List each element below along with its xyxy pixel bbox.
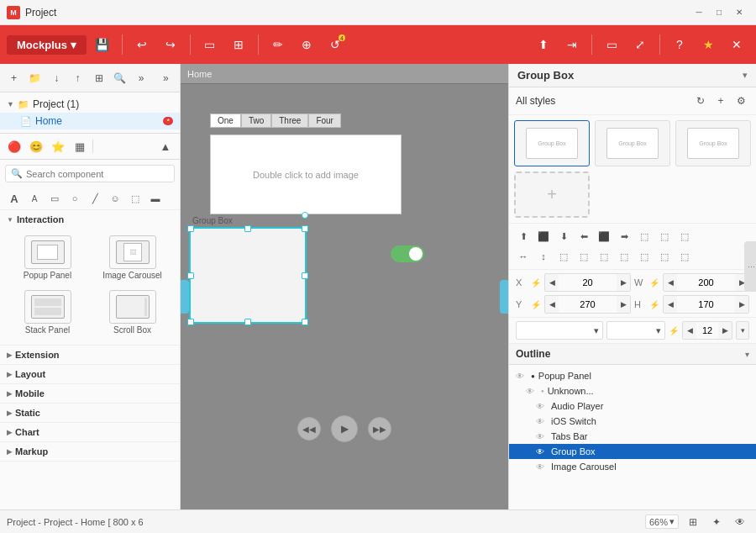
align-bottom-button[interactable]: ⬇ bbox=[554, 227, 573, 245]
visibility-icon-audio[interactable]: 👁 bbox=[536, 402, 548, 411]
markup-section-header[interactable]: ▶ Markup bbox=[0, 442, 180, 461]
circle-tool-button[interactable]: ○ bbox=[66, 189, 84, 208]
handle-bl[interactable] bbox=[187, 319, 194, 325]
handle-tr[interactable] bbox=[302, 225, 308, 232]
visibility-icon-image-carousel[interactable]: 👁 bbox=[536, 462, 548, 472]
handle-tl[interactable] bbox=[187, 225, 194, 232]
same-size-button[interactable]: ⬚ bbox=[635, 247, 654, 266]
add-style-thumb[interactable]: + bbox=[514, 172, 590, 218]
font-style-select[interactable]: ▾ bbox=[606, 321, 665, 340]
comp-item-scroll-box[interactable]: Scroll Box bbox=[92, 287, 173, 338]
line-tool-button[interactable]: ╱ bbox=[86, 189, 104, 208]
hotspot-tool-button[interactable]: ▬ bbox=[146, 189, 165, 208]
select-tool-button[interactable]: ▭ bbox=[197, 32, 223, 57]
toggle-switch[interactable] bbox=[391, 245, 424, 262]
outline-item-ios-switch[interactable]: 👁 iOS Switch bbox=[509, 414, 756, 429]
x-decrement-button[interactable]: ◀ bbox=[545, 273, 559, 292]
canvas-left-resize-handle[interactable] bbox=[181, 280, 189, 314]
panel-collapse-button[interactable]: ▾ bbox=[743, 70, 748, 81]
canvas-group-box[interactable]: Group Box bbox=[189, 227, 307, 324]
y-decrement-button[interactable]: ◀ bbox=[545, 295, 559, 314]
w-stepper[interactable]: ◀ 200 ▶ bbox=[663, 273, 749, 292]
extension-section-header[interactable]: ▶ Extension bbox=[0, 346, 180, 364]
outline-item-popup-panel[interactable]: 👁 ● Popup Panel bbox=[509, 368, 756, 383]
comp-tab-custom[interactable]: ▦ bbox=[71, 137, 89, 156]
align-right-button[interactable]: ➡ bbox=[615, 227, 633, 245]
handle-ml[interactable] bbox=[187, 272, 194, 279]
y-increment-button[interactable]: ▶ bbox=[617, 295, 630, 314]
outline-item-group-box[interactable]: 👁 Group Box bbox=[509, 444, 756, 459]
comp-item-popup-panel[interactable]: Popup Panel bbox=[7, 232, 88, 283]
folder-button[interactable]: 📁 bbox=[26, 69, 44, 87]
comp-tab-favorites[interactable]: ⭐ bbox=[49, 137, 67, 156]
play-button[interactable]: ▶ bbox=[331, 415, 358, 442]
outline-collapse-button[interactable]: ▾ bbox=[745, 350, 749, 359]
interaction-section-header[interactable]: ▼ Interaction bbox=[0, 210, 180, 229]
h-value[interactable]: 170 bbox=[677, 299, 735, 309]
help-button[interactable]: ? bbox=[667, 32, 692, 57]
image-tool-button[interactable]: ⬚ bbox=[126, 189, 144, 208]
layout-more-button[interactable]: ⬚ bbox=[675, 247, 694, 266]
project-arrow[interactable]: ▼ bbox=[7, 100, 14, 108]
outline-item-tabs-bar[interactable]: 👁 Tabs Bar bbox=[509, 429, 756, 444]
grid-tool-button[interactable]: ⊞ bbox=[226, 32, 251, 57]
visibility-icon-group-box[interactable]: 👁 bbox=[536, 447, 548, 456]
y-value[interactable]: 270 bbox=[559, 299, 617, 309]
x-value[interactable]: 20 bbox=[559, 277, 617, 288]
toolbar-close-button[interactable]: ✕ bbox=[724, 32, 749, 57]
align-more-button[interactable]: ⬚ bbox=[675, 227, 694, 245]
expand-h-button[interactable]: ⬚ bbox=[554, 247, 573, 266]
x-stepper[interactable]: ◀ 20 ▶ bbox=[544, 273, 631, 292]
comp-tab-shapes[interactable]: 🔴 bbox=[5, 137, 24, 156]
comp-tab-emoji[interactable]: 😊 bbox=[27, 137, 45, 156]
undo-button[interactable]: ↩ bbox=[129, 32, 155, 57]
add-page-button[interactable]: + bbox=[5, 69, 23, 87]
brand-button[interactable]: Mockplus ▾ bbox=[7, 35, 87, 55]
more-pages-button[interactable]: » bbox=[133, 69, 150, 87]
h-increment-button[interactable]: ▶ bbox=[735, 295, 748, 314]
style-thumb-1[interactable]: Group Box bbox=[514, 120, 590, 166]
responsive-button[interactable]: ⊞ bbox=[684, 513, 702, 531]
font-family-select[interactable]: ▾ bbox=[516, 321, 603, 340]
comp-item-stack-panel[interactable]: Stack Panel bbox=[7, 287, 88, 338]
refresh-styles-button[interactable]: ↻ bbox=[692, 92, 709, 109]
minimize-button[interactable]: ─ bbox=[689, 4, 709, 21]
canvas-tab-three[interactable]: Three bbox=[271, 113, 308, 128]
next-button[interactable]: ▶▶ bbox=[368, 417, 391, 441]
canvas-right-resize-handle[interactable] bbox=[500, 280, 508, 314]
align-hcenter-button[interactable]: ⬛ bbox=[595, 227, 613, 245]
visibility-icon-tabs[interactable]: 👁 bbox=[536, 432, 548, 441]
shrink-h-button[interactable]: ⬚ bbox=[595, 247, 613, 266]
canvas-tab-one[interactable]: One bbox=[210, 113, 241, 128]
export-button[interactable]: ⇥ bbox=[559, 32, 585, 57]
flip-h-button[interactable]: ↔ bbox=[514, 247, 533, 266]
visibility-icon-ios[interactable]: 👁 bbox=[536, 417, 548, 426]
group-button[interactable]: ⊞ bbox=[90, 69, 108, 87]
handle-rotate[interactable] bbox=[302, 212, 308, 219]
handle-bc[interactable] bbox=[244, 319, 251, 325]
expand-v-button[interactable]: ⬚ bbox=[575, 247, 593, 266]
collapse-panel-button[interactable]: » bbox=[157, 69, 175, 87]
add-tool-button[interactable]: ⊕ bbox=[294, 32, 319, 57]
distribute-h-button[interactable]: ⬚ bbox=[655, 227, 674, 245]
screen-button[interactable]: ▭ bbox=[599, 32, 624, 57]
visibility-icon-unknown[interactable]: 👁 bbox=[526, 387, 538, 396]
project-row[interactable]: ▼ 📁 Project (1) · bbox=[0, 96, 180, 113]
w-value[interactable]: 200 bbox=[677, 277, 735, 288]
upload-button[interactable]: ↑ bbox=[69, 69, 87, 87]
font-size-decrement-button[interactable]: ◀ bbox=[683, 321, 696, 340]
y-stepper[interactable]: ◀ 270 ▶ bbox=[544, 295, 631, 314]
share-button[interactable]: ⬆ bbox=[531, 32, 556, 57]
redo-button[interactable]: ↪ bbox=[158, 32, 183, 57]
font-size-value[interactable]: 12 bbox=[696, 325, 718, 335]
handle-br[interactable] bbox=[302, 319, 308, 325]
handle-tc[interactable] bbox=[244, 225, 251, 232]
emoji-tool-button[interactable]: ☺ bbox=[106, 189, 124, 208]
align-left-button[interactable]: ⬅ bbox=[575, 227, 593, 245]
align-top-button[interactable]: ⬆ bbox=[514, 227, 533, 245]
fit-button[interactable]: ⤢ bbox=[627, 32, 653, 57]
font-size-dropdown-button[interactable]: ▾ bbox=[736, 321, 749, 340]
flip-v-button[interactable]: ↕ bbox=[534, 247, 553, 266]
canvas-image-placeholder[interactable]: Double click to add image bbox=[210, 135, 402, 214]
comp-collapse-button[interactable]: ▲ bbox=[156, 137, 175, 156]
